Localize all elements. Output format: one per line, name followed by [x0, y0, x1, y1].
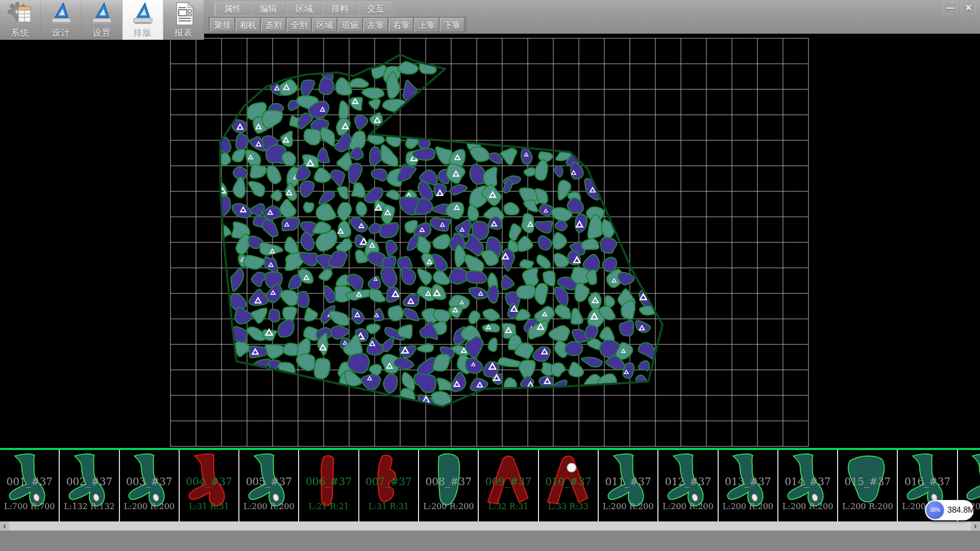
piece-thumbnail-11[interactable]: 011_#37L:200 R:200	[599, 450, 658, 521]
minimize-button[interactable]: —	[943, 2, 958, 14]
piece-id-label: 012_#37	[658, 475, 717, 488]
window-controls: — ✕	[943, 2, 976, 14]
scrollbar-thumb[interactable]	[9, 522, 971, 530]
menu-tabs: 属性编辑区域排料交互	[214, 2, 394, 16]
piece-thumbnail-9[interactable]: 009_#37L:32 R:31	[479, 450, 538, 521]
piece-lr-count-label: L:200 R:200	[239, 502, 298, 511]
menu-tab-5[interactable]: 交互	[358, 2, 394, 16]
piece-id-label: 007_#37	[359, 475, 418, 488]
progress-percent-badge: 38%	[926, 501, 944, 519]
piece-lr-count-label: L:32 R:31	[479, 502, 537, 511]
menu-tab-1[interactable]: 属性	[215, 2, 251, 16]
piece-lr-count-label: L:200 R:200	[719, 502, 777, 511]
piece-lr-count-label: L:21 R:21	[299, 502, 358, 511]
action-button-10[interactable]: 下靠	[440, 18, 464, 32]
app-toolbar-label: 排版	[134, 27, 152, 39]
piece-thumbnail-15[interactable]: 015_#37L:200 R:200	[838, 450, 898, 521]
system-gear-icon	[7, 2, 34, 26]
piece-thumbnail-1[interactable]: 001_#37L:700 R:700	[0, 450, 60, 521]
set-square-icon	[89, 2, 115, 26]
action-button-9[interactable]: 上靠	[414, 18, 439, 32]
action-button-5[interactable]: 区域	[312, 18, 337, 32]
piece-id-label: 009_#37	[479, 475, 537, 488]
piece-id-label: 016_#37	[898, 475, 957, 488]
piece-lr-count-label: L:31 R:31	[359, 502, 418, 511]
set-square-icon	[48, 2, 75, 26]
piece-thumbnail-4[interactable]: 004_#37L:31 R:31	[180, 450, 239, 521]
piece-thumbnail-7[interactable]: 007_#37L:31 R:31	[359, 450, 419, 521]
menu-tab-3[interactable]: 区域	[286, 2, 322, 16]
menu-tab-4[interactable]: 排料	[322, 2, 358, 16]
piece-id-label: 011_#37	[599, 475, 657, 488]
app-toolbar: 系统设计设置排版报表	[0, 0, 204, 40]
action-button-3[interactable]: 选割	[261, 18, 286, 32]
piece-thumbnail-10[interactable]: 010_#37L:33 R:33	[539, 450, 599, 521]
horizontal-scrollbar[interactable]: ‹ ›	[0, 521, 980, 531]
report-document-icon	[170, 2, 197, 26]
set-square-icon	[130, 2, 156, 26]
piece-lr-count-label: L:31 R:31	[180, 502, 238, 511]
piece-thumbnail-3[interactable]: 003_#37L:200 R:200	[120, 450, 180, 521]
action-button-2[interactable]: 相机	[236, 18, 260, 32]
app-toolbar-button-5[interactable]: 报表	[163, 0, 204, 40]
piece-thumbnail-5[interactable]: 005_#37L:200 R:200	[239, 450, 299, 521]
app-toolbar-label: 报表	[175, 27, 193, 39]
app-toolbar-button-4[interactable]: 排版	[122, 0, 163, 40]
app-toolbar-label: 系统	[11, 27, 30, 39]
scroll-left-arrow-icon[interactable]: ‹	[0, 521, 9, 531]
piece-thumbnail-2[interactable]: 002_#37L:132 R:132	[60, 450, 119, 521]
piece-thumbnail-6[interactable]: 006_#37L:21 R:21	[299, 450, 359, 521]
piece-id-label: 002_#37	[60, 475, 118, 488]
piece-id-label: 013_#37	[719, 475, 777, 488]
piece-lr-count-label: L:33 R:33	[539, 502, 598, 511]
piece-thumbnail-14[interactable]: 014_#37L:200 R:200	[778, 450, 838, 521]
app-toolbar-button-3[interactable]: 设置	[82, 0, 122, 40]
nesting-canvas[interactable]	[0, 34, 980, 448]
app-toolbar-button-1[interactable]: 系统	[0, 0, 41, 40]
piece-id-label: 001_#37	[0, 475, 59, 488]
piece-id-label: 005_#37	[239, 475, 298, 488]
memory-value: 384.8M	[947, 500, 974, 520]
action-button-7[interactable]: 左靠	[363, 18, 388, 32]
piece-lr-count-label: L:200 R:200	[838, 502, 897, 511]
piece-lr-count-label: L:200 R:200	[658, 502, 717, 511]
piece-id-label: 010_#37	[539, 475, 598, 488]
piece-id-label: 003_#37	[120, 475, 179, 488]
piece-thumbnail-8[interactable]: 008_#37L:200 R:200	[419, 450, 479, 521]
bottom-filler-bar	[0, 531, 980, 551]
piece-id-label: 006_#37	[299, 475, 358, 488]
action-button-8[interactable]: 右靠	[389, 18, 413, 32]
piece-id-label: 008_#37	[419, 475, 478, 488]
action-toolbar: 聚排相机选割全割区域瑕疵左靠右靠上靠下靠	[208, 17, 467, 33]
app-toolbar-label: 设计	[52, 27, 70, 39]
piece-lr-count-label: L:700 R:700	[0, 502, 59, 511]
piece-id-label: 015_#37	[838, 475, 897, 488]
app-toolbar-label: 设置	[93, 27, 111, 39]
action-button-6[interactable]: 瑕疵	[338, 18, 362, 32]
piece-id-label: 004_#37	[180, 475, 238, 488]
piece-lr-count-label: L:200 R:200	[120, 502, 179, 511]
memory-status-badge[interactable]: 38% 384.8M	[925, 500, 974, 520]
piece-id-label: 014_#37	[778, 475, 837, 488]
piece-thumbnail-13[interactable]: 013_#37L:200 R:200	[719, 450, 778, 521]
piece-thumbnail-strip: 001_#37L:700 R:700002_#37L:132 R:132003_…	[0, 448, 980, 521]
menu-bar: 属性编辑区域排料交互 聚排相机选割全割区域瑕疵左靠右靠上靠下靠 — ✕	[204, 0, 980, 34]
scroll-right-arrow-icon[interactable]: ›	[971, 521, 980, 531]
piece-lr-count-label: L:200 R:200	[778, 502, 837, 511]
piece-lr-count-label: L:132 R:132	[60, 502, 118, 511]
piece-thumbnail-12[interactable]: 012_#37L:200 R:200	[658, 450, 718, 521]
piece-lr-count-label: L:200 R:200	[599, 502, 657, 511]
action-button-4[interactable]: 全割	[287, 18, 311, 32]
close-button[interactable]: ✕	[961, 2, 976, 14]
piece-lr-count-label: L:200 R:200	[419, 502, 478, 511]
menu-tab-2[interactable]: 编辑	[251, 2, 286, 16]
action-button-1[interactable]: 聚排	[210, 18, 235, 32]
app-toolbar-button-2[interactable]: 设计	[41, 0, 82, 40]
